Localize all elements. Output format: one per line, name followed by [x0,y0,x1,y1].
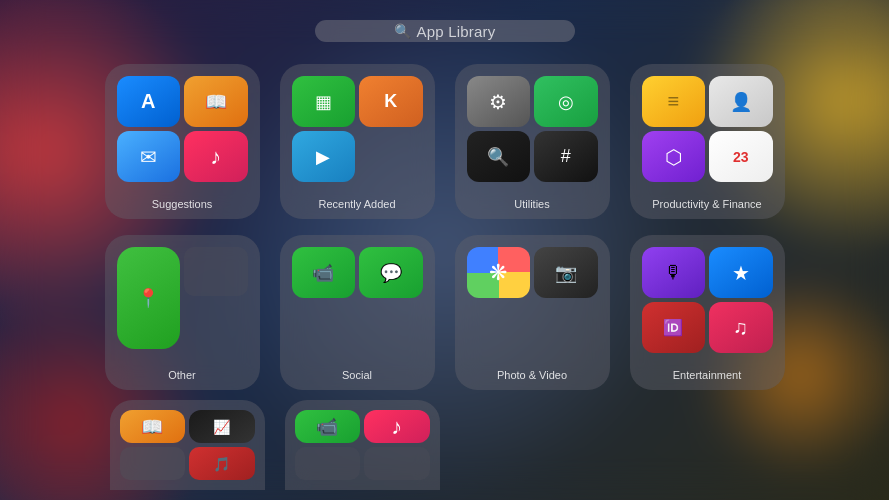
folder-icons-productivity [630,64,785,194]
app-icon-placeholder2 [184,300,248,349]
search-icon: 🔍 [394,23,411,39]
app-icon-numbers [292,76,356,127]
app-icon-books [184,76,248,127]
app-icon-settings [467,76,531,127]
folder-icons-entertainment [630,235,785,365]
app-icon-calendar [709,131,773,182]
folder-icons-suggestions [105,64,260,194]
app-icon-placeholder1 [184,247,248,296]
app-icon-podcasts [642,247,706,298]
folder-social[interactable]: Social [280,235,435,390]
app-icon-photobooth [642,302,706,353]
app-icon-maps [117,247,181,349]
app-icon-photo-empty2 [534,302,598,353]
folder-productivity[interactable]: Productivity & Finance [630,64,785,219]
app-icon-music-partial [364,410,430,443]
app-icon-magnifier [467,131,531,182]
folder-icons-social [280,235,435,365]
folder-icons-utilities [455,64,610,194]
search-bar[interactable]: 🔍 App Library [315,20,575,42]
search-placeholder: App Library [417,23,496,40]
folder-label-recently-added: Recently Added [318,198,395,211]
folder-label-social: Social [342,369,372,382]
folder-icons-photo-video [455,235,610,365]
app-icon-social-empty2 [359,302,423,353]
folder-photo-video[interactable]: Photo & Video [455,235,610,390]
folder-icons-recently-added [280,64,435,194]
app-icon-keynote2 [292,131,356,182]
app-icon-facetime [292,247,356,298]
folder-label-utilities: Utilities [514,198,549,211]
app-icon-photo-empty1 [467,302,531,353]
folder-suggestions[interactable]: Suggestions [105,64,260,219]
folder-partial-books[interactable]: 📈 🎵 [110,400,265,490]
app-icon-notes [642,76,706,127]
app-icon-shortcuts [642,131,706,182]
app-icon-music [184,131,248,182]
app-icon-partial-fill1 [295,447,361,480]
folder-label-entertainment: Entertainment [673,369,741,382]
app-icon-partial-fill2 [364,447,430,480]
app-icon-messages [359,247,423,298]
folder-partial-other2[interactable] [285,400,440,490]
folder-utilities[interactable]: Utilities [455,64,610,219]
app-icon-partial-extra1 [120,447,186,480]
app-icon-appstore [117,76,181,127]
folder-label-other: Other [168,369,196,382]
folder-entertainment[interactable]: Entertainment [630,235,785,390]
app-icon-books-partial [120,410,186,443]
app-library-container: 🔍 App Library Suggestions Recently Added [0,0,889,500]
app-icon-partial-extra2: 🎵 [189,447,255,480]
folder-label-photo-video: Photo & Video [497,369,567,382]
app-icon-facetime-partial [295,410,361,443]
folder-label-productivity: Productivity & Finance [652,198,761,211]
app-icon-calculator [534,131,598,182]
app-icon-findmy [534,76,598,127]
folder-icons-other [105,235,260,365]
app-icon-camera [534,247,598,298]
app-icon-contacts [709,76,773,127]
app-icon-social-empty1 [292,302,356,353]
app-icon-keynote [359,76,423,127]
app-icon-applemusic [709,302,773,353]
app-icon-empty [359,131,423,182]
bottom-partial-folders: 📈 🎵 [110,400,780,490]
app-icon-mail [117,131,181,182]
app-icon-itunes [709,247,773,298]
app-icon-stocks: 📈 [189,410,255,443]
app-icon-photos [467,247,531,298]
partial-icons-books: 📈 🎵 [110,400,265,490]
partial-icons-other2 [285,400,440,490]
folder-grid: Suggestions Recently Added Utilities [105,64,785,390]
folder-label-suggestions: Suggestions [152,198,213,211]
folder-other[interactable]: Other [105,235,260,390]
folder-recently-added[interactable]: Recently Added [280,64,435,219]
